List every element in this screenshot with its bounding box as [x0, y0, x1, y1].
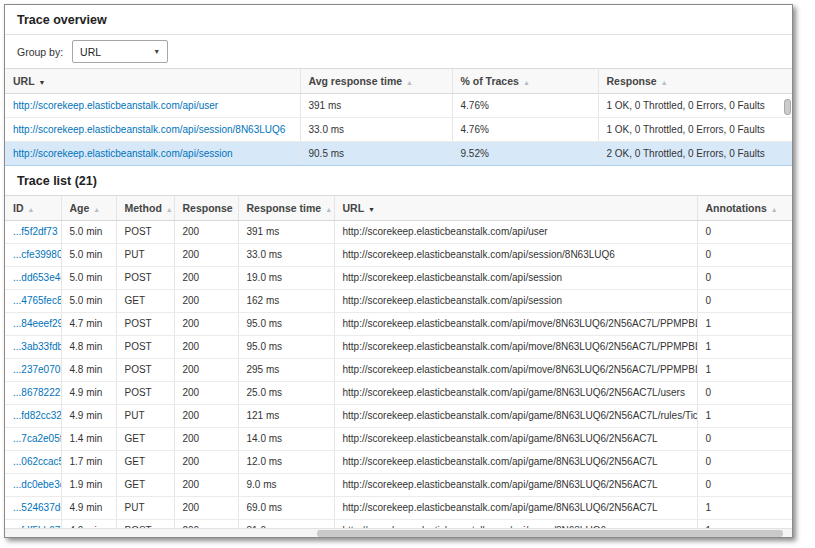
method-cell: GET — [116, 290, 174, 313]
trace-list-row[interactable]: ...dc0ebe3c1.9 minGET2009.0 mshttp://sco… — [5, 474, 792, 497]
trace-id-link[interactable]: ...dc0ebe3c — [13, 479, 61, 490]
avg-response-time-cell: 391 ms — [300, 94, 452, 118]
url-cell: http://scorekeep.elasticbeanstalk.com/ap… — [334, 451, 697, 474]
overview-vertical-scrollbar-thumb[interactable] — [784, 99, 791, 115]
column-header-annotations[interactable]: Annotations▲ — [697, 196, 792, 221]
url-cell: http://scorekeep.elasticbeanstalk.com/ap… — [334, 313, 697, 336]
overview-table-header: URL▼Avg response time▲% of Traces▲Respon… — [5, 69, 792, 94]
trace-id-link[interactable]: ...4765fec8 — [13, 295, 61, 306]
column-header-id[interactable]: ID▲ — [5, 196, 61, 221]
response-time-cell: 12.0 ms — [238, 451, 334, 474]
url-cell: http://scorekeep.elasticbeanstalk.com/ap… — [334, 221, 697, 244]
trace-list-title: Trace list (21) — [5, 166, 792, 195]
annotations-cell: 1 — [697, 359, 792, 382]
trace-list-row[interactable]: ...237e07054.8 minPOST200295 mshttp://sc… — [5, 359, 792, 382]
method-cell: POST — [116, 267, 174, 290]
sort-asc-icon: ▲ — [28, 206, 35, 213]
trace-id-link[interactable]: ...524637dc — [13, 502, 61, 513]
method-cell: POST — [116, 313, 174, 336]
response-code-cell: 200 — [174, 221, 238, 244]
age-cell: 5.0 min — [61, 221, 116, 244]
sort-asc-icon: ▲ — [93, 206, 100, 213]
column-header-method[interactable]: Method▲ — [116, 196, 174, 221]
age-cell: 4.9 min — [61, 497, 116, 520]
response-time-cell: 19.0 ms — [238, 267, 334, 290]
sort-asc-icon: ▲ — [406, 79, 413, 86]
annotations-cell: 1 — [697, 313, 792, 336]
trace-list-row[interactable]: ...4765fec85.0 minGET200162 mshttp://sco… — [5, 290, 792, 313]
method-cell: GET — [116, 451, 174, 474]
trace-list-row[interactable]: ...f5f2df735.0 minPOST200391 mshttp://sc… — [5, 221, 792, 244]
column-header-url[interactable]: URL▼ — [5, 69, 300, 94]
trace-id-link[interactable]: ...3ab33fdb — [13, 341, 61, 352]
trace-id-link[interactable]: ...062ccac5 — [13, 456, 61, 467]
trace-list-row[interactable]: ...dd653e4c5.0 minPOST20019.0 mshttp://s… — [5, 267, 792, 290]
overview-row[interactable]: http://scorekeep.elasticbeanstalk.com/ap… — [5, 94, 792, 118]
trace-id-link[interactable]: ...dd653e4c — [13, 272, 61, 283]
column-header-response[interactable]: Response▲ — [598, 69, 792, 94]
trace-list-row[interactable]: ...fd82cc324.9 minPUT200121 mshttp://sco… — [5, 405, 792, 428]
horizontal-scrollbar[interactable] — [5, 528, 792, 537]
avg-response-time-cell: 33.0 ms — [300, 118, 452, 142]
column-label: URL — [13, 75, 35, 87]
url-cell: http://scorekeep.elasticbeanstalk.com/ap… — [334, 405, 697, 428]
trace-id-link[interactable]: ...237e0705 — [13, 364, 61, 375]
overview-url-link[interactable]: http://scorekeep.elasticbeanstalk.com/ap… — [13, 100, 218, 111]
response-code-cell: 200 — [174, 497, 238, 520]
trace-list-row[interactable]: ...7ca2e05f1.4 minGET20014.0 mshttp://sc… — [5, 428, 792, 451]
overview-url-link[interactable]: http://scorekeep.elasticbeanstalk.com/ap… — [13, 124, 285, 135]
trace-id-link[interactable]: ...86782227 — [13, 387, 61, 398]
group-by-select[interactable]: URL ▼ — [72, 40, 168, 63]
group-by-row: Group by: URL ▼ — [5, 35, 792, 68]
age-cell: 1.7 min — [61, 451, 116, 474]
trace-list-row[interactable]: ...cfe399805.0 minPUT20033.0 mshttp://sc… — [5, 244, 792, 267]
trace-id-cell: ...84eeef29 — [5, 313, 61, 336]
method-cell: POST — [116, 336, 174, 359]
trace-list-row[interactable]: ...3ab33fdb4.8 minPOST20095.0 mshttp://s… — [5, 336, 792, 359]
annotations-cell: 0 — [697, 244, 792, 267]
trace-id-cell: ...7ca2e05f — [5, 428, 61, 451]
trace-overview-section: URL▼Avg response time▲% of Traces▲Respon… — [5, 68, 792, 166]
column-header-url[interactable]: URL▼ — [334, 196, 697, 221]
trace-list-row[interactable]: ...84eeef294.7 minPOST20095.0 mshttp://s… — [5, 313, 792, 336]
annotations-cell: 0 — [697, 474, 792, 497]
trace-id-link[interactable]: ...7ca2e05f — [13, 433, 61, 444]
trace-list-row[interactable]: ...867822274.9 minPOST20025.0 mshttp://s… — [5, 382, 792, 405]
chevron-down-icon: ▼ — [153, 48, 160, 55]
column-header-age[interactable]: Age▲ — [61, 196, 116, 221]
column-label: Response — [607, 75, 657, 87]
trace-list-row[interactable]: ...062ccac51.7 minGET20012.0 mshttp://sc… — [5, 451, 792, 474]
horizontal-scrollbar-thumb[interactable] — [317, 530, 783, 537]
column-header-response[interactable]: Response▲ — [174, 196, 238, 221]
overview-url-link[interactable]: http://scorekeep.elasticbeanstalk.com/ap… — [13, 148, 233, 159]
trace-list-row[interactable]: ...524637dc4.9 minPUT20069.0 mshttp://sc… — [5, 497, 792, 520]
url-cell: http://scorekeep.elasticbeanstalk.com/ap… — [334, 474, 697, 497]
response-code-cell: 200 — [174, 313, 238, 336]
column-header--of-traces[interactable]: % of Traces▲ — [452, 69, 598, 94]
group-by-selected-value: URL — [80, 46, 101, 58]
annotations-cell: 0 — [697, 290, 792, 313]
column-label: URL — [343, 202, 365, 214]
trace-id-link[interactable]: ...84eeef29 — [13, 318, 61, 329]
response-time-cell: 162 ms — [238, 290, 334, 313]
avg-response-time-cell: 90.5 ms — [300, 142, 452, 166]
trace-list-table-body: ...f5f2df735.0 minPOST200391 mshttp://sc… — [5, 221, 792, 539]
trace-id-link[interactable]: ...fd82cc32 — [13, 410, 61, 421]
annotations-cell: 0 — [697, 428, 792, 451]
url-cell: http://scorekeep.elasticbeanstalk.com/ap… — [5, 94, 300, 118]
age-cell: 1.4 min — [61, 428, 116, 451]
trace-id-link[interactable]: ...cfe39980 — [13, 249, 61, 260]
method-cell: POST — [116, 359, 174, 382]
age-cell: 4.9 min — [61, 382, 116, 405]
sort-asc-icon: ▲ — [661, 79, 668, 86]
url-cell: http://scorekeep.elasticbeanstalk.com/ap… — [334, 290, 697, 313]
overview-row[interactable]: http://scorekeep.elasticbeanstalk.com/ap… — [5, 118, 792, 142]
trace-id-link[interactable]: ...f5f2df73 — [13, 226, 57, 237]
method-cell: GET — [116, 474, 174, 497]
column-header-avg-response-time[interactable]: Avg response time▲ — [300, 69, 452, 94]
annotations-cell: 0 — [697, 382, 792, 405]
url-cell: http://scorekeep.elasticbeanstalk.com/ap… — [5, 142, 300, 166]
overview-row[interactable]: http://scorekeep.elasticbeanstalk.com/ap… — [5, 142, 792, 166]
column-header-response-time[interactable]: Response time▲ — [238, 196, 334, 221]
age-cell: 4.8 min — [61, 336, 116, 359]
